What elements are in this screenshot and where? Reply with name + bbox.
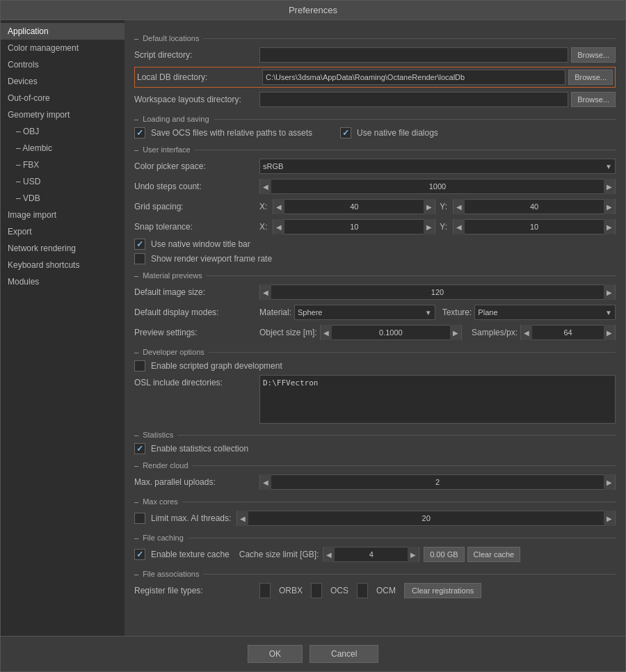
- cache-size-gb: 0.00 GB: [424, 547, 464, 562]
- orbx-label: ORBX: [279, 586, 303, 595]
- section-material-previews: Material previews: [134, 271, 616, 280]
- local-db-row: Local DB directory: Browse...: [134, 67, 616, 88]
- snap-y-increment[interactable]: ▶: [604, 219, 615, 234]
- max-parallel-spinner: ◀ 2 ▶: [259, 474, 616, 490]
- sidebar-item---alembic[interactable]: – Alembic: [1, 140, 125, 157]
- texture-select[interactable]: Plane ▼: [474, 305, 616, 320]
- ok-button[interactable]: OK: [248, 645, 303, 663]
- enable-scripted-row: Enable scripted graph development: [134, 360, 616, 371]
- script-dir-browse[interactable]: Browse...: [571, 47, 616, 63]
- script-dir-label: Script directory:: [134, 50, 259, 60]
- sidebar-item-devices[interactable]: Devices: [1, 73, 125, 90]
- clear-registrations-button[interactable]: Clear registrations: [404, 583, 481, 598]
- native-titlebar-label: Use native window title bar: [151, 239, 250, 249]
- undo-label: Undo steps count:: [134, 182, 259, 191]
- sidebar-item-out-of-core[interactable]: Out-of-core: [1, 90, 125, 106]
- cancel-button[interactable]: Cancel: [310, 645, 378, 663]
- default-display-modes-label: Default display modes:: [134, 307, 259, 317]
- enable-texture-cache-checkbox[interactable]: [134, 549, 145, 560]
- snap-x-increment[interactable]: ▶: [424, 219, 435, 234]
- script-dir-input[interactable]: [259, 47, 568, 63]
- object-size-decrement[interactable]: ◀: [321, 325, 332, 340]
- dialog-body: ApplicationColor managementControlsDevic…: [1, 20, 625, 636]
- max-parallel-increment[interactable]: ▶: [604, 474, 615, 490]
- limit-ai-increment[interactable]: ▶: [604, 511, 615, 526]
- image-size-increment[interactable]: ▶: [604, 285, 615, 300]
- sidebar-item-geometry-import[interactable]: Geometry import: [1, 106, 125, 123]
- sidebar-item---obj[interactable]: – OBJ: [1, 123, 125, 140]
- sidebar-item---usd[interactable]: – USD: [1, 173, 125, 190]
- cache-size-spinner: ◀ 4 ▶: [323, 547, 419, 562]
- save-ocs-checkbox[interactable]: [134, 127, 145, 138]
- limit-ai-checkbox[interactable]: [134, 513, 145, 524]
- snap-x-value: 10: [284, 223, 424, 231]
- grid-y-decrement[interactable]: ◀: [454, 199, 465, 214]
- workspace-row: Workspace layouts directory: Browse...: [134, 91, 616, 108]
- snap-tolerance-row: Snap tolerance: X: ◀ 10 ▶ Y: ◀ 10 ▶: [134, 218, 616, 235]
- sidebar-item-color-management[interactable]: Color management: [1, 40, 125, 56]
- undo-decrement[interactable]: ◀: [260, 179, 271, 194]
- grid-x-increment[interactable]: ▶: [424, 199, 435, 214]
- snap-x-decrement[interactable]: ◀: [273, 219, 284, 234]
- grid-y-spinner: ◀ 40 ▶: [453, 199, 616, 214]
- cache-size-increment[interactable]: ▶: [408, 547, 419, 562]
- color-picker-select[interactable]: sRGB ▼: [259, 159, 616, 174]
- samples-increment[interactable]: ▶: [604, 325, 615, 340]
- use-native-dialogs-row: Use native file dialogs: [340, 127, 438, 138]
- preview-settings-row: Preview settings: Object size [m]: ◀ 0.1…: [134, 324, 616, 341]
- ocs-checkbox[interactable]: [311, 583, 322, 598]
- sidebar-item-keyboard-shortcuts[interactable]: Keyboard shortcuts: [1, 257, 125, 273]
- native-titlebar-checkbox[interactable]: [134, 239, 145, 250]
- local-db-browse[interactable]: Browse...: [568, 70, 613, 85]
- section-max-cores: Max cores: [134, 497, 616, 506]
- sidebar-item---fbx[interactable]: – FBX: [1, 157, 125, 173]
- sidebar-item-controls[interactable]: Controls: [1, 56, 125, 73]
- texture-label: Texture:: [442, 307, 472, 317]
- enable-stats-label: Enable statistics collection: [151, 444, 248, 454]
- default-image-size-label: Default image size:: [134, 287, 259, 297]
- samples-px-value: 64: [532, 328, 604, 337]
- default-image-size-spinner: ◀ 120 ▶: [259, 285, 616, 300]
- grid-x-decrement[interactable]: ◀: [273, 199, 284, 214]
- file-associations-row: Register file types: ORBX OCS OCM Clear …: [134, 582, 616, 599]
- snap-tolerance-label: Snap tolerance:: [134, 222, 259, 232]
- max-parallel-value: 2: [271, 478, 604, 486]
- sidebar-item-modules[interactable]: Modules: [1, 273, 125, 290]
- ocm-checkbox[interactable]: [357, 583, 368, 598]
- sidebar-item-application[interactable]: Application: [1, 23, 125, 40]
- show-framerate-checkbox[interactable]: [134, 253, 145, 264]
- samples-decrement[interactable]: ◀: [521, 325, 532, 340]
- ocs-label: OCS: [330, 586, 348, 595]
- sidebar-item---vdb[interactable]: – VDB: [1, 190, 125, 207]
- cache-size-label: Cache size limit [GB]:: [239, 550, 319, 559]
- workspace-input[interactable]: [259, 92, 568, 107]
- snap-y-decrement[interactable]: ◀: [454, 219, 465, 234]
- enable-scripted-checkbox[interactable]: [134, 360, 145, 371]
- orbx-checkbox[interactable]: [259, 583, 271, 598]
- grid-spacing-xy: X: ◀ 40 ▶ Y: ◀ 40 ▶: [259, 199, 616, 214]
- material-label: Material:: [259, 307, 291, 317]
- sidebar-item-network-rendering[interactable]: Network rendering: [1, 240, 125, 257]
- osl-include-input[interactable]: D:\FFVectron: [259, 375, 616, 424]
- grid-y-increment[interactable]: ▶: [604, 199, 615, 214]
- max-parallel-decrement[interactable]: ◀: [260, 474, 271, 490]
- use-native-dialogs-checkbox[interactable]: [340, 127, 351, 138]
- grid-y-value: 40: [465, 202, 604, 211]
- sidebar-item-image-import[interactable]: Image import: [1, 207, 125, 223]
- osl-include-label: OSL include directories:: [134, 378, 259, 387]
- sidebar-item-export[interactable]: Export: [1, 223, 125, 240]
- enable-stats-checkbox[interactable]: [134, 443, 145, 454]
- section-loading-saving: Loading and saving: [134, 115, 616, 123]
- local-db-input[interactable]: [262, 70, 565, 85]
- enable-scripted-label: Enable scripted graph development: [151, 361, 282, 371]
- cache-size-decrement[interactable]: ◀: [323, 547, 335, 562]
- workspace-browse[interactable]: Browse...: [571, 92, 616, 107]
- limit-ai-decrement[interactable]: ◀: [237, 511, 248, 526]
- object-size-increment[interactable]: ▶: [450, 325, 461, 340]
- undo-increment[interactable]: ▶: [604, 179, 615, 194]
- material-select[interactable]: Sphere ▼: [294, 305, 435, 320]
- snap-x-spinner: ◀ 10 ▶: [273, 219, 435, 234]
- clear-cache-button[interactable]: Clear cache: [467, 547, 521, 562]
- material-value: Sphere: [298, 308, 425, 317]
- image-size-decrement[interactable]: ◀: [260, 285, 271, 300]
